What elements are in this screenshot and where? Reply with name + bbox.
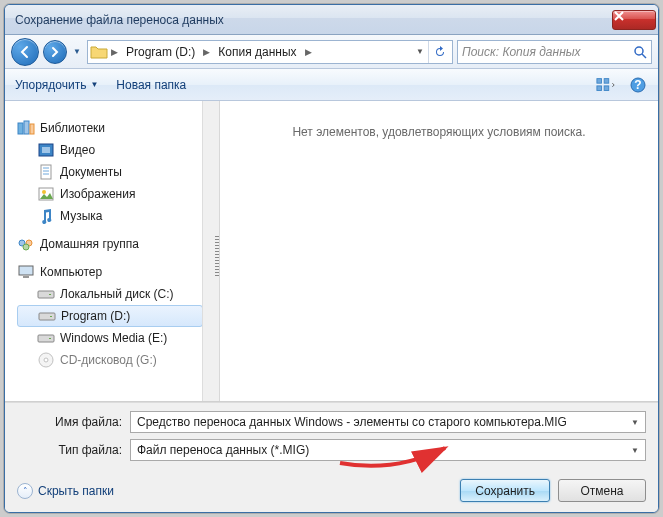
cd-icon: [37, 352, 55, 368]
svg-rect-27: [50, 316, 52, 317]
tree-video[interactable]: Видео: [17, 139, 219, 161]
computer-icon: [17, 264, 35, 280]
nav-back-button[interactable]: [11, 38, 39, 66]
svg-text:?: ?: [634, 78, 641, 92]
svg-point-21: [23, 244, 29, 250]
titlebar: Сохранение файла переноса данных: [5, 5, 658, 35]
splitter-grip[interactable]: [215, 236, 220, 276]
svg-rect-29: [49, 338, 51, 339]
filename-label: Имя файла:: [17, 415, 122, 429]
drive-icon: [37, 286, 55, 302]
svg-rect-28: [38, 335, 54, 342]
tree-libraries[interactable]: Библиотеки: [17, 117, 219, 139]
filename-input[interactable]: Средство переноса данных Windows - элеме…: [130, 411, 646, 433]
folder-tree[interactable]: Библиотеки Видео Документы Изображения М…: [5, 101, 220, 401]
svg-rect-24: [38, 291, 54, 298]
view-options-button[interactable]: [596, 76, 616, 94]
tree-cd-g[interactable]: CD-дисковод (G:): [17, 349, 219, 371]
chevron-down-icon[interactable]: ▼: [631, 418, 639, 427]
tree-program-d[interactable]: Program (D:): [17, 305, 203, 327]
svg-rect-2: [597, 78, 602, 83]
music-icon: [37, 208, 55, 224]
homegroup-icon: [17, 236, 35, 252]
search-placeholder: Поиск: Копия данных: [462, 45, 581, 59]
svg-rect-8: [18, 123, 23, 134]
footer: ˄ Скрыть папки Сохранить Отмена: [5, 473, 658, 512]
file-list: Нет элементов, удовлетворяющих условиям …: [220, 101, 658, 401]
svg-rect-22: [19, 266, 33, 275]
filetype-label: Тип файла:: [17, 443, 122, 457]
new-folder-button[interactable]: Новая папка: [116, 78, 186, 92]
address-bar[interactable]: ▶ Program (D:) ▶ Копия данных ▶ ▼: [87, 40, 453, 64]
cancel-button[interactable]: Отмена: [558, 479, 646, 502]
body: Библиотеки Видео Документы Изображения М…: [5, 101, 658, 402]
refresh-button[interactable]: [428, 41, 450, 63]
tree-local-c[interactable]: Локальный диск (C:): [17, 283, 219, 305]
libraries-icon: [17, 120, 35, 136]
empty-message: Нет элементов, удовлетворяющих условиям …: [292, 125, 585, 139]
svg-rect-3: [597, 85, 602, 90]
nav-history-dropdown[interactable]: ▼: [71, 47, 83, 56]
folder-icon: [90, 44, 108, 60]
svg-rect-4: [604, 78, 609, 83]
search-box[interactable]: Поиск: Копия данных: [457, 40, 652, 64]
help-button[interactable]: ?: [628, 76, 648, 94]
breadcrumb-drive[interactable]: Program (D:): [121, 45, 200, 59]
tree-homegroup[interactable]: Домашняя группа: [17, 233, 219, 255]
svg-point-18: [42, 190, 46, 194]
svg-point-31: [44, 358, 48, 362]
fields-panel: Имя файла: Средство переноса данных Wind…: [5, 402, 658, 473]
tree-pictures[interactable]: Изображения: [17, 183, 219, 205]
filetype-select[interactable]: Файл переноса данных (*.MIG) ▼: [130, 439, 646, 461]
address-dropdown[interactable]: ▼: [412, 47, 428, 56]
organize-menu[interactable]: Упорядочить ▼: [15, 78, 98, 92]
window-title: Сохранение файла переноса данных: [15, 13, 612, 27]
tree-documents[interactable]: Документы: [17, 161, 219, 183]
tree-computer[interactable]: Компьютер: [17, 261, 219, 283]
svg-line-1: [642, 54, 646, 58]
search-icon: [633, 45, 647, 59]
hide-folders-link[interactable]: ˄ Скрыть папки: [17, 483, 114, 499]
save-dialog: Сохранение файла переноса данных ▼ ▶ Pro…: [4, 4, 659, 513]
video-icon: [37, 142, 55, 158]
chevron-right-icon[interactable]: ▶: [302, 47, 315, 57]
svg-rect-13: [41, 165, 51, 179]
svg-rect-5: [604, 85, 609, 90]
chevron-up-icon: ˄: [17, 483, 33, 499]
tree-windows-media-e[interactable]: Windows Media (E:): [17, 327, 219, 349]
chevron-down-icon[interactable]: ▼: [631, 446, 639, 455]
nav-forward-button[interactable]: [43, 40, 67, 64]
save-button[interactable]: Сохранить: [460, 479, 550, 502]
chevron-right-icon[interactable]: ▶: [200, 47, 213, 57]
svg-rect-25: [49, 294, 51, 295]
drive-icon: [38, 308, 56, 324]
svg-rect-12: [42, 147, 50, 153]
tree-music[interactable]: Музыка: [17, 205, 219, 227]
documents-icon: [37, 164, 55, 180]
drive-icon: [37, 330, 55, 346]
svg-rect-26: [39, 313, 55, 320]
breadcrumb-folder[interactable]: Копия данных: [213, 45, 301, 59]
svg-rect-23: [23, 276, 29, 278]
svg-rect-10: [30, 124, 34, 134]
svg-point-0: [635, 47, 643, 55]
chevron-right-icon[interactable]: ▶: [108, 47, 121, 57]
toolbar: Упорядочить ▼ Новая папка ?: [5, 69, 658, 101]
chevron-down-icon: ▼: [90, 80, 98, 89]
close-button[interactable]: [612, 10, 656, 30]
nav-bar: ▼ ▶ Program (D:) ▶ Копия данных ▶ ▼ Поис…: [5, 35, 658, 69]
svg-rect-9: [24, 121, 29, 134]
pictures-icon: [37, 186, 55, 202]
